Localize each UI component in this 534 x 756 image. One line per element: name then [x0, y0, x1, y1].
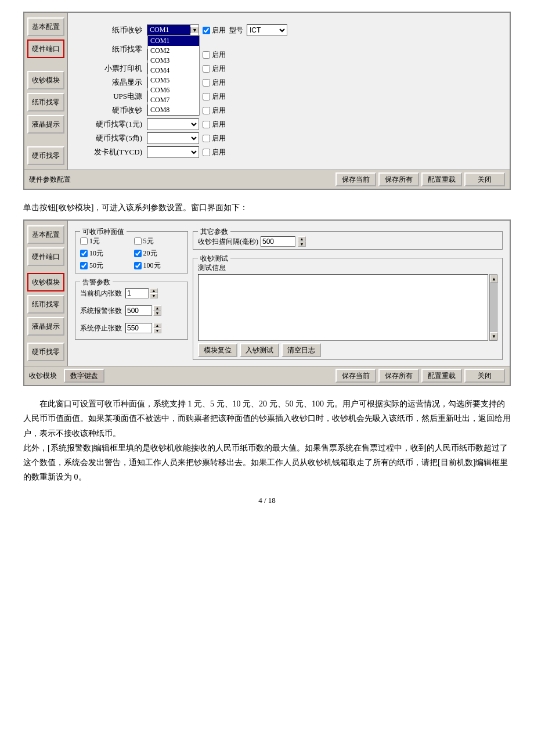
enable-ups[interactable]: 启用 [203, 92, 226, 102]
left-column: 可收币种面值 1元 5元 10元 20元 50元 100元 告警参数 [75, 226, 188, 360]
paper-change-control: 启用 [147, 38, 500, 60]
sidebar2-btn-basic-config[interactable]: 基本配置 [27, 225, 64, 244]
spin-up-warn[interactable]: ▲ [153, 305, 161, 311]
toolbar1: 硬件参数配置 保存当前 保存所有 配置重载 关闭 [24, 170, 510, 189]
test-group: 收钞测试 测试信息 ▲ ▼ 模块复位 入钞测试 [193, 258, 503, 360]
sidebar1: 基本配置 硬件端口 收钞模块 纸币找零 液晶提示 硬币找零 [24, 13, 68, 170]
spin-input-warn[interactable] [125, 305, 152, 316]
spin-down-stop[interactable]: ▼ [153, 328, 161, 333]
cb-20yuan[interactable]: 20元 [134, 249, 183, 258]
sidebar-btn-coin-change[interactable]: 硬币找零 [27, 146, 64, 165]
select-coin-change-1[interactable] [147, 118, 199, 130]
test-scroll-down[interactable]: ▼ [490, 332, 498, 340]
select-coin-change-5j[interactable] [147, 132, 199, 144]
window2: 基本配置 硬件端口 收钞模块 纸币找零 液晶提示 硬币找零 [23, 219, 511, 386]
ups-control: COM8 启用 [147, 91, 500, 102]
enable-paper-change[interactable]: 启用 [203, 50, 226, 60]
sidebar2-btn-hardware-port[interactable]: 硬件端口 [27, 247, 64, 266]
right-column: 其它参数 收钞扫描间隔(毫秒) ▲ ▼ 收钞测试 [193, 226, 503, 360]
save-current-btn2[interactable]: 保存当前 [335, 369, 376, 383]
select-card-machine[interactable] [147, 146, 199, 158]
spin-stop: ▲ ▼ [125, 323, 161, 333]
alarm-row-current: 当前机内张数 ▲ ▼ [80, 288, 183, 298]
coin-change-1-control: 启用 [147, 118, 500, 130]
sidebar-btn-cash-module[interactable]: 收钞模块 [27, 71, 64, 89]
sidebar2: 基本配置 硬件端口 收钞模块 纸币找零 液晶提示 硬币找零 [24, 221, 68, 366]
alarm-label-current: 当前机内张数 [80, 289, 122, 298]
window1: 基本配置 硬件端口 收钞模块 纸币找零 液晶提示 硬币找零 [23, 12, 511, 190]
save-all-btn2[interactable]: 保存所有 [378, 369, 419, 383]
sidebar2-btn-cash-module[interactable]: 收钞模块 [27, 273, 64, 291]
spin-up-stop[interactable]: ▲ [153, 323, 161, 328]
enable-lcd[interactable]: 启用 [203, 78, 226, 88]
enable-coin-change-5j[interactable]: 启用 [203, 134, 226, 143]
save-all-btn1[interactable]: 保存所有 [378, 172, 419, 186]
label-coin-change-1: 硬币找零(1元) [77, 119, 147, 129]
numpad-btn[interactable]: 数字键盘 [64, 369, 104, 383]
coin-change-5j-control: 启用 [147, 132, 500, 144]
reload-btn1[interactable]: 配置重载 [421, 172, 462, 186]
type-select-paper-collect[interactable]: ICT [247, 24, 287, 36]
reload-btn2[interactable]: 配置重载 [421, 369, 462, 383]
insert-test-btn[interactable]: 入钞测试 [240, 343, 279, 357]
page-number: 4 / 18 [258, 496, 276, 505]
cb-50yuan[interactable]: 50元 [80, 261, 129, 271]
test-scroll-up[interactable]: ▲ [490, 275, 498, 283]
cb-100yuan[interactable]: 100元 [134, 261, 183, 271]
spin-input-current[interactable] [125, 288, 149, 298]
accept-group: 可收币种面值 1元 5元 10元 20元 50元 100元 [75, 231, 188, 273]
spin-input-stop[interactable] [125, 323, 152, 333]
spin-up-current[interactable]: ▲ [150, 288, 158, 293]
close-btn2[interactable]: 关闭 [464, 369, 505, 383]
cb-10yuan[interactable]: 10元 [80, 249, 129, 258]
close-btn1[interactable]: 关闭 [464, 172, 505, 186]
module-reset-btn[interactable]: 模块复位 [198, 343, 237, 357]
sidebar-btn-lcd-display[interactable]: 液晶提示 [27, 115, 64, 134]
test-group-title: 收钞测试 [198, 254, 230, 264]
enable-printer[interactable]: 启用 [203, 64, 226, 74]
alarm-label-stop: 系统停止张数 [80, 323, 122, 333]
test-textarea[interactable] [198, 274, 488, 341]
cb-1yuan[interactable]: 1元 [80, 236, 129, 246]
accept-group-title: 可收币种面值 [80, 227, 127, 237]
interval-input[interactable] [261, 236, 295, 247]
com-dropdown[interactable]: COM1 ▼ COM1 COM2 COM3 COM4 COM5 COM6 [147, 24, 199, 36]
interval-label: 收钞扫描间隔(毫秒) [198, 237, 258, 247]
page-footer: 4 / 18 [23, 496, 511, 505]
sidebar2-btn-coin-change[interactable]: 硬币找零 [27, 343, 64, 361]
spin-warn: ▲ ▼ [125, 305, 161, 316]
interval-up[interactable]: ▲ [298, 236, 306, 242]
interval-down[interactable]: ▼ [298, 242, 306, 247]
paragraph-2-text: 此外，[系统报警数]编辑框里填的是收钞机收能接收的人民币纸币数的最大值。如果售票… [23, 444, 508, 481]
card-machine-control: 启用 [147, 146, 500, 158]
enable-paper-collect[interactable]: 启用 [203, 26, 226, 35]
spin-current: ▲ ▼ [125, 288, 158, 298]
paragraph-1: 在此窗口可设置可收币种面值，系统支持 1 元、5 元、10 元、20 元、50 … [23, 397, 511, 441]
sidebar2-btn-lcd-display[interactable]: 液晶提示 [27, 317, 64, 336]
clear-log-btn[interactable]: 清空日志 [282, 343, 321, 357]
label-paper-collect: 纸币收钞 [77, 25, 147, 35]
coin-collect-control: 启用 [147, 105, 500, 116]
enable-card-machine[interactable]: 启用 [203, 147, 226, 157]
spin-down-warn[interactable]: ▼ [153, 311, 161, 316]
enable-coin-collect[interactable]: 启用 [203, 106, 226, 116]
label-card-machine: 发卡机(TYCD) [77, 147, 147, 157]
page-container: 基本配置 硬件端口 收钞模块 纸币找零 液晶提示 硬币找零 [23, 12, 511, 505]
sidebar-btn-basic-config[interactable]: 基本配置 [27, 17, 64, 36]
paper-collect-control: COM1 ▼ COM1 COM2 COM3 COM4 COM5 COM6 [147, 24, 500, 36]
label-printer: 小票打印机 [77, 63, 147, 74]
enable-coin-change-1[interactable]: 启用 [203, 120, 226, 129]
toolbar1-label: 硬件参数配置 [29, 175, 71, 185]
alarm-group: 告警参数 当前机内张数 ▲ ▼ [75, 282, 188, 340]
sidebar-btn-paper-change[interactable]: 纸币找零 [27, 93, 64, 111]
sidebar-btn-hardware-port[interactable]: 硬件端口 [27, 39, 64, 58]
other-params-title: 其它参数 [198, 227, 230, 237]
paragraphs-section: 在此窗口可设置可收币种面值，系统支持 1 元、5 元、10 元、20 元、50 … [23, 397, 511, 484]
sidebar2-btn-paper-change[interactable]: 纸币找零 [27, 295, 64, 314]
label-lcd: 液晶显示 [77, 77, 147, 88]
alarm-label-warn: 系统报警张数 [80, 306, 122, 316]
spin-down-current[interactable]: ▼ [150, 293, 158, 298]
cb-5yuan[interactable]: 5元 [134, 236, 183, 246]
save-current-btn1[interactable]: 保存当前 [335, 172, 376, 186]
hardware-form: 纸币收钞 COM1 ▼ COM1 COM2 [77, 20, 500, 163]
